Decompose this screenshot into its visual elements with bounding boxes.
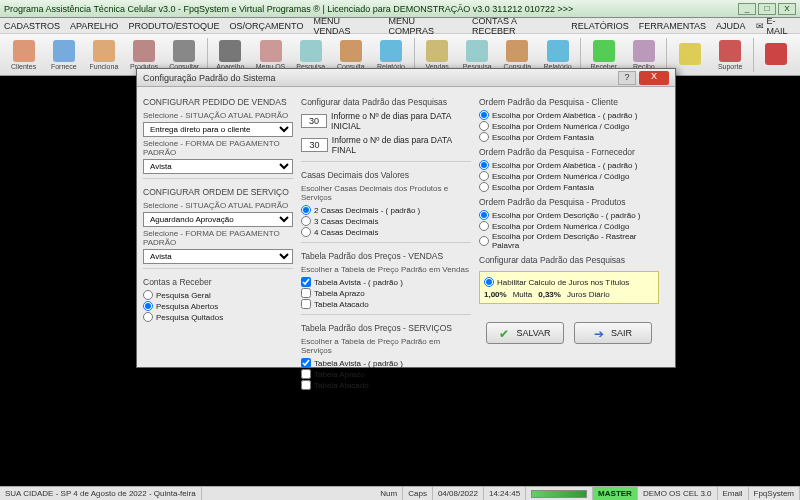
os-situacao-select[interactable]: Aguardando Aprovação [143, 212, 293, 227]
sair-button[interactable]: ➔ SAIR [574, 322, 652, 344]
toolbar-icon [679, 43, 701, 65]
casas-radio[interactable] [301, 216, 311, 226]
servicos-tab-check[interactable] [301, 369, 311, 379]
toolbar-clientes[interactable]: Clientes [4, 36, 43, 74]
casas-sub: Escolher Casas Decimais dos Produtos e S… [301, 184, 471, 202]
ordem-produtos-header: Ordem Padrão da Pesquisa - Produtos [479, 197, 659, 207]
status-fpq[interactable]: FpqSystem [749, 487, 800, 500]
prod-label: Escolha por Ordem Descrição - Rastrear P… [492, 232, 659, 250]
email-menu[interactable]: E-MAIL [767, 16, 796, 36]
menu-item[interactable]: FERRAMENTAS [639, 21, 706, 31]
juros-diario-label: Juros Diário [567, 290, 610, 299]
dias-final-value[interactable]: 30 [301, 138, 328, 152]
os-forma-label: Selecione - FORMA DE PAGAMENTO PADRÃO [143, 229, 293, 247]
toolbar-icon [765, 43, 787, 65]
for-radio[interactable] [479, 160, 489, 170]
situacao-select[interactable]: Entrega direto para o cliente [143, 122, 293, 137]
vendas-tab-label: Tabela Aprazo [314, 289, 365, 298]
casas-label: 4 Casas Decimais [314, 228, 378, 237]
menu-item[interactable]: CONTAS A RECEBER [472, 16, 561, 36]
cli-label: Escolha por Ordem Fantasia [492, 133, 594, 142]
cli-radio[interactable] [479, 132, 489, 142]
toolbar-label: Funciona [89, 63, 118, 70]
dias-final-label: Informe o Nº de dias para DATA FINAL [332, 135, 471, 155]
for-radio[interactable] [479, 171, 489, 181]
ordem-cliente-header: Ordem Padrão da Pesquisa - Cliente [479, 97, 659, 107]
toolbar-icon [13, 40, 35, 62]
toolbar-icon [466, 40, 488, 62]
window-title: Programa Assistência Técnica Celular v3.… [4, 4, 738, 14]
menu-item[interactable]: RELATÓRIOS [571, 21, 628, 31]
toolbar-icon [93, 40, 115, 62]
status-date: 04/08/2022 [433, 487, 484, 500]
os-forma-select[interactable]: Avista [143, 249, 293, 264]
servicos-tab-check[interactable] [301, 358, 311, 368]
dialog-close-button[interactable]: X [639, 71, 669, 85]
prod-radio[interactable] [479, 221, 489, 231]
status-demo: DEMO OS CEL 3.0 [638, 487, 718, 500]
servicos-tab-check[interactable] [301, 380, 311, 390]
toolbar-icon [260, 40, 282, 62]
vendas-tab-check[interactable] [301, 299, 311, 309]
toolbar-icon [300, 40, 322, 62]
prod-radio[interactable] [479, 236, 489, 246]
forma-pgto-select[interactable]: Avista [143, 159, 293, 174]
arrow-icon: ➔ [594, 327, 606, 339]
menu-item[interactable]: MENU COMPRAS [389, 16, 463, 36]
cli-radio[interactable] [479, 121, 489, 131]
status-email[interactable]: Email [718, 487, 749, 500]
maximize-button[interactable]: □ [758, 3, 776, 15]
cli-radio[interactable] [479, 110, 489, 120]
salvar-button[interactable]: ✔ SALVAR [486, 322, 564, 344]
casas-radio[interactable] [301, 205, 311, 215]
status-city: SUA CIDADE - SP 4 de Agosto de 2022 - Qu… [0, 487, 202, 500]
casas-radio[interactable] [301, 227, 311, 237]
toolbar-icon [593, 40, 615, 62]
contas-radio[interactable] [143, 312, 153, 322]
toolbar-icon [173, 40, 195, 62]
dias-inicial-value[interactable]: 30 [301, 114, 327, 128]
status-bar: SUA CIDADE - SP 4 de Agosto de 2022 - Qu… [0, 486, 800, 500]
vendas-tab-check[interactable] [301, 277, 311, 287]
pesquisa-data-header: Configurar data Padrão das Pesquisas [301, 97, 471, 107]
toolbar-icon [219, 40, 241, 62]
toolbar-icon [340, 40, 362, 62]
close-button[interactable]: X [778, 3, 796, 15]
servicos-tab-label: Tabela Avista - ( padrão ) [314, 359, 403, 368]
dialog-help-button[interactable]: ? [618, 71, 636, 85]
toolbar-icon[interactable] [757, 36, 796, 74]
vendas-tab-label: Tabela Atacado [314, 300, 369, 309]
contas-radio[interactable] [143, 301, 153, 311]
toolbar-suporte[interactable]: Suporte [711, 36, 750, 74]
menu-item[interactable]: PRODUTO/ESTOQUE [128, 21, 219, 31]
multa-value: 1,00% [484, 290, 507, 299]
juros-diario-value: 0,33% [538, 290, 561, 299]
dias-inicial-label: Informe o Nº de dias para DATA INICIAL [331, 111, 471, 131]
prod-radio[interactable] [479, 210, 489, 220]
status-time: 14:24:45 [484, 487, 526, 500]
vendas-tab-check[interactable] [301, 288, 311, 298]
menu-item[interactable]: APARELHO [70, 21, 118, 31]
toolbar-icon[interactable] [670, 36, 709, 74]
menu-item[interactable]: MENU VENDAS [313, 16, 378, 36]
toolbar-fornece[interactable]: Fornece [44, 36, 83, 74]
servicos-tab-label: Tabela Aprazo [314, 370, 365, 379]
situacao-label: Selecione - SITUAÇÃO ATUAL PADRÃO [143, 111, 293, 120]
menu-item[interactable]: CADASTROS [4, 21, 60, 31]
minimize-button[interactable]: _ [738, 3, 756, 15]
forma-pgto-label: Selecione - FORMA DE PAGAMENTO PADRÃO [143, 139, 293, 157]
for-radio[interactable] [479, 182, 489, 192]
menu-item[interactable]: AJUDA [716, 21, 746, 31]
casas-label: 2 Casas Decimais - ( padrão ) [314, 206, 420, 215]
tabela-vendas-header: Tabela Padrão dos Preços - VENDAS [301, 251, 471, 261]
contas-radio[interactable] [143, 290, 153, 300]
vendas-tab-label: Tabela Avista - ( padrão ) [314, 278, 403, 287]
contas-label: Pesquisa Geral [156, 291, 211, 300]
toolbar-funciona[interactable]: Funciona [84, 36, 123, 74]
menu-bar: CADASTROSAPARELHOPRODUTO/ESTOQUEOS/ORÇAM… [0, 18, 800, 34]
habilitar-juros-radio[interactable] [484, 277, 494, 287]
toolbar-label: Suporte [718, 63, 743, 70]
menu-item[interactable]: OS/ORÇAMENTO [230, 21, 304, 31]
os-situacao-label: Selecione - SITUAÇÃO ATUAL PADRÃO [143, 201, 293, 210]
toolbar-icon [426, 40, 448, 62]
